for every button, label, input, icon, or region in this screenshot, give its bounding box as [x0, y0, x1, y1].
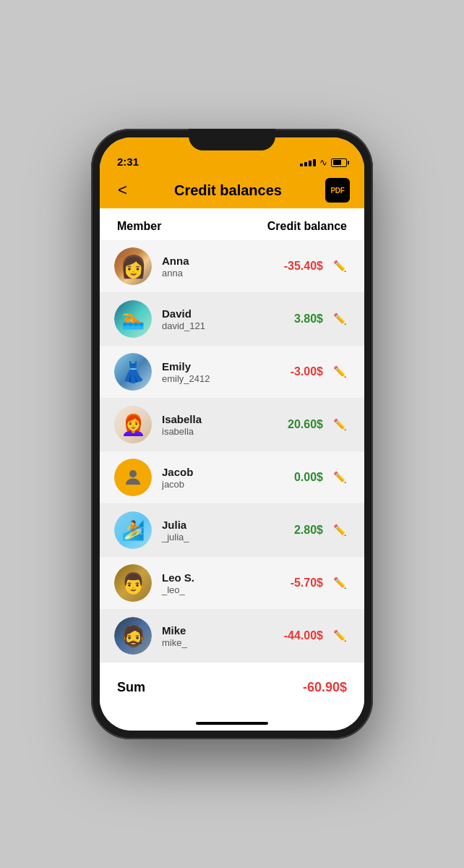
edit-button[interactable]: ✏️ — [330, 257, 350, 276]
member-name: Jacob — [162, 465, 294, 480]
avatar — [114, 406, 152, 443]
member-balance: 20.60$ — [288, 418, 323, 431]
avatar — [114, 247, 152, 285]
avatar — [114, 353, 152, 391]
sum-row: Sum -60.90$ — [100, 665, 364, 710]
list-item: Emily emily_2412 -3.00$ ✏️ — [100, 346, 364, 399]
edit-button[interactable]: ✏️ — [330, 574, 350, 592]
column-header-balance: Credit balance — [267, 220, 347, 233]
member-info: Julia _julia_ — [162, 518, 294, 543]
sum-value: -60.90$ — [303, 680, 347, 695]
member-username: jacob — [162, 479, 294, 490]
avatar — [114, 459, 152, 496]
status-icons: ∿ — [300, 157, 347, 168]
edit-button[interactable]: ✏️ — [330, 362, 350, 381]
member-info: Mike mike_ — [162, 624, 284, 649]
member-name: Leo S. — [162, 571, 291, 585]
wifi-icon: ∿ — [319, 157, 327, 168]
pdf-export-button[interactable]: PDF — [325, 178, 350, 203]
avatar — [114, 300, 152, 338]
svg-point-0 — [129, 470, 137, 477]
member-username: anna — [162, 268, 284, 278]
list-item: Julia _julia_ 2.80$ ✏️ — [100, 504, 364, 557]
member-balance: -35.40$ — [284, 260, 323, 273]
member-username: isabella — [162, 426, 288, 437]
avatar — [114, 617, 152, 655]
member-name: Mike — [162, 624, 284, 638]
member-info: Isabella isabella — [162, 412, 288, 438]
list-item: Leo S. _leo_ -5.70$ ✏️ — [100, 557, 364, 610]
column-header-member: Member — [117, 220, 161, 233]
page-title: Credit balances — [174, 182, 282, 199]
sum-label: Sum — [117, 680, 145, 695]
member-balance: -3.00$ — [291, 365, 323, 378]
list-item: Anna anna -35.40$ ✏️ — [100, 240, 364, 293]
table-header: Member Credit balance — [100, 208, 364, 240]
member-balance: -5.70$ — [291, 576, 323, 590]
phone-frame: 2:31 ∿ < Credit balances PDF — [91, 129, 373, 739]
list-item: Mike mike_ -44.00$ ✏️ — [100, 610, 364, 663]
notch — [189, 129, 275, 150]
member-balance: 3.80$ — [294, 312, 323, 326]
avatar — [114, 511, 152, 549]
member-username: _julia_ — [162, 532, 294, 542]
member-username: emily_2412 — [162, 373, 291, 384]
status-time: 2:31 — [117, 156, 139, 168]
battery-icon — [331, 158, 347, 167]
edit-button[interactable]: ✏️ — [330, 521, 350, 540]
back-button[interactable]: < — [114, 177, 131, 203]
member-name: Isabella — [162, 412, 288, 427]
member-info: Emily emily_2412 — [162, 359, 291, 385]
edit-button[interactable]: ✏️ — [330, 468, 350, 487]
phone-screen: 2:31 ∿ < Credit balances PDF — [100, 137, 364, 731]
member-balance: 0.00$ — [294, 471, 323, 484]
member-name: Emily — [162, 359, 291, 374]
member-username: mike_ — [162, 637, 284, 648]
content-area: Member Credit balance Anna anna -35.40$ … — [100, 208, 364, 731]
member-username: _leo_ — [162, 584, 291, 595]
member-info: Jacob jacob — [162, 465, 294, 490]
list-item: David david_121 3.80$ ✏️ — [100, 293, 364, 346]
member-name: Julia — [162, 518, 294, 532]
member-balance: 2.80$ — [294, 524, 323, 537]
members-list: Anna anna -35.40$ ✏️ David david_121 3.8… — [100, 240, 364, 663]
member-name: Anna — [162, 254, 284, 268]
edit-button[interactable]: ✏️ — [330, 310, 350, 328]
list-item: Jacob jacob 0.00$ ✏️ — [100, 451, 364, 504]
nav-bar: < Credit balances PDF — [100, 172, 364, 208]
edit-button[interactable]: ✏️ — [330, 415, 350, 434]
member-name: David — [162, 307, 294, 321]
member-info: David david_121 — [162, 307, 294, 332]
signal-icon — [300, 159, 316, 166]
edit-button[interactable]: ✏️ — [330, 626, 350, 645]
member-balance: -44.00$ — [284, 629, 323, 642]
member-info: Anna anna — [162, 254, 284, 279]
home-indicator — [196, 722, 268, 725]
list-item: Isabella isabella 20.60$ ✏️ — [100, 399, 364, 451]
member-username: david_121 — [162, 320, 294, 331]
member-info: Leo S. _leo_ — [162, 571, 291, 596]
avatar — [114, 564, 152, 602]
